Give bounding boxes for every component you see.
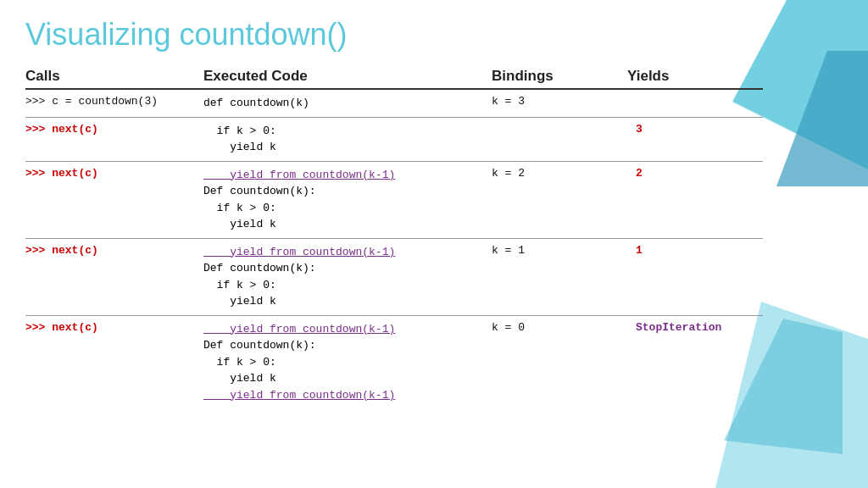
yields-cell-1 xyxy=(627,94,737,96)
code-cell-4: yield from countdown(k-1) Def countdown(… xyxy=(203,243,492,311)
header-code: Executed Code xyxy=(203,68,492,85)
main-content: Visualizing countdown() Calls Executed C… xyxy=(0,0,868,415)
visualization-table: Calls Executed Code Bindings Yields >>> … xyxy=(25,68,763,407)
row-divider-4 xyxy=(25,315,763,316)
header-yields: Yields xyxy=(627,68,737,85)
row-divider-1 xyxy=(25,117,763,118)
code-line: yield from countdown(k-1) xyxy=(203,321,492,338)
row-divider-3 xyxy=(25,238,763,239)
yields-cell-4: 1 xyxy=(627,243,737,258)
calls-cell-4: >>> next(c) xyxy=(25,243,203,258)
code-cell-1: def countdown(k) xyxy=(203,94,492,113)
code-line: yield k xyxy=(203,370,492,387)
table-row: >>> next(c) if k > 0: yield k 3 xyxy=(25,119,763,159)
calls-cell-3: >>> next(c) xyxy=(25,166,203,180)
code-line: def countdown(k) xyxy=(203,95,492,112)
bindings-cell-5: k = 0 xyxy=(492,320,627,335)
calls-cell-1: >>> c = countdown(3) xyxy=(25,94,203,108)
yields-cell-2: 3 xyxy=(627,122,737,136)
code-cell-5: yield from countdown(k-1) Def countdown(… xyxy=(203,320,492,405)
table-header: Calls Executed Code Bindings Yields xyxy=(25,68,763,90)
code-line-yield-from-countdown: yield from countdown(k-1) xyxy=(203,387,492,404)
code-cell-3: yield from countdown(k-1) Def countdown(… xyxy=(203,166,492,234)
code-line: if k > 0: xyxy=(203,277,492,294)
row-divider-2 xyxy=(25,161,763,162)
table-row: >>> next(c) yield from countdown(k-1) De… xyxy=(25,318,763,408)
yields-cell-3: 2 xyxy=(627,166,737,180)
code-line: if k > 0: xyxy=(203,123,492,140)
table-row: >>> next(c) yield from countdown(k-1) De… xyxy=(25,164,763,236)
bindings-cell-2 xyxy=(492,122,627,124)
table-row: >>> next(c) yield from countdown(k-1) De… xyxy=(25,241,763,313)
code-line: yield k xyxy=(203,293,492,310)
table-body: >>> c = countdown(3) def countdown(k) k … xyxy=(25,92,763,407)
code-line: yield from countdown(k-1) xyxy=(203,244,492,261)
code-line: if k > 0: xyxy=(203,200,492,217)
code-line: yield from countdown(k-1) xyxy=(203,167,492,184)
code-line: Def countdown(k): xyxy=(203,337,492,354)
code-line: Def countdown(k): xyxy=(203,183,492,200)
bindings-cell-4: k = 1 xyxy=(492,243,627,258)
page-title: Visualizing countdown() xyxy=(25,17,843,53)
code-cell-2: if k > 0: yield k xyxy=(203,122,492,157)
header-calls: Calls xyxy=(25,68,203,85)
code-line: Def countdown(k): xyxy=(203,260,492,277)
code-line: if k > 0: xyxy=(203,354,492,371)
yields-cell-5: StopIteration xyxy=(627,320,737,335)
table-row: >>> c = countdown(3) def countdown(k) k … xyxy=(25,92,763,115)
bindings-cell-1: k = 3 xyxy=(492,94,627,108)
header-bindings: Bindings xyxy=(492,68,627,85)
code-line: yield k xyxy=(203,139,492,156)
calls-cell-2: >>> next(c) xyxy=(25,122,203,136)
calls-cell-5: >>> next(c) xyxy=(25,320,203,335)
calls-text-1: >>> c = countdown(3) xyxy=(25,95,158,108)
code-line: yield k xyxy=(203,216,492,233)
bindings-cell-3: k = 2 xyxy=(492,166,627,180)
